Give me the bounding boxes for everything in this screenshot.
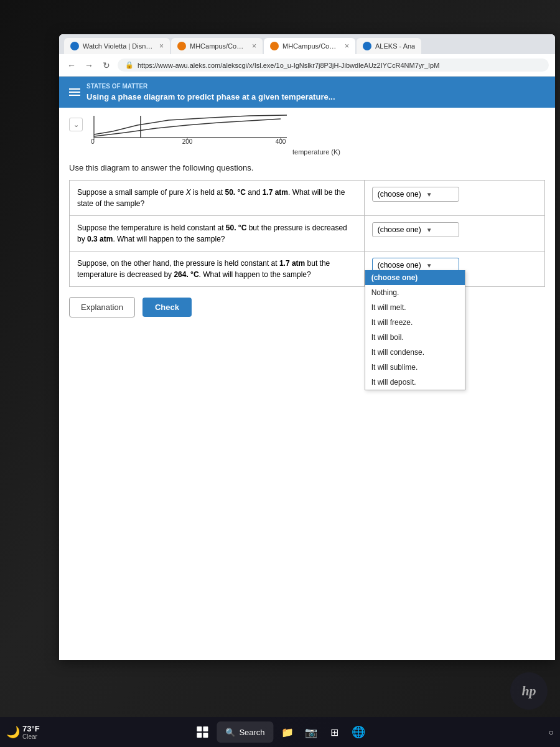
search-label: Search [239,728,264,737]
answer-2-dropdown[interactable]: (choose one) ▼ [372,222,459,237]
svg-text:400: 400 [276,138,286,144]
check-button[interactable]: Check [142,298,192,317]
tab-aleks-label: ALEKS - Ana [375,42,415,50]
answer-2-cell: (choose one) ▼ [364,216,544,251]
questions-table: Suppose a small sample of pure X is held… [69,180,545,287]
weather-temp: 73°F [22,724,40,733]
start-button[interactable] [192,721,213,743]
answer-1-value: (choose one) [378,190,421,199]
tab-mhc1[interactable]: MHCampus/Connect(ALE) × [171,38,263,54]
clock-circle-icon: ○ [549,727,554,737]
weather-icon: 🌙 [6,725,20,739]
bottom-buttons: Explanation Check [59,287,555,327]
tab-mhc1-label: MHCampus/Connect(ALE) [190,42,246,50]
url-bar[interactable]: 🔒 https://www-awu.aleks.com/alekscgi/x/I… [118,59,549,72]
tab-disney-close[interactable]: × [159,42,164,50]
tab-aleks[interactable]: ALEKS - Ana [357,38,421,54]
tab-mhc2-close[interactable]: × [345,42,349,50]
table-row: Suppose the temperature is held constant… [70,216,545,251]
chevron-down-icon: ▼ [426,227,432,233]
tab-mhc2[interactable]: MHCampus/Connect(ALE) × [264,38,355,54]
browser-tabbar: Watch Violetta | Disney+ × MHCampus/Conn… [59,34,555,54]
question-3-text: Suppose, on the other hand, the pressure… [77,259,330,279]
lock-icon: 🔒 [125,61,134,69]
taskbar: 🌙 73°F Clear 🔍 Search 📁 📷 ⊞ 🌐 ○ [0,717,560,747]
question-2-cell: Suppose the temperature is held constant… [70,216,365,251]
answer-2-value: (choose one) [378,225,421,234]
instructions-text: Use this diagram to answer the following… [69,163,253,172]
section-label: STATES OF MATTER [86,83,335,90]
question-3-cell: Suppose, on the other hand, the pressure… [70,251,365,287]
taskbar-right: ○ [549,727,554,737]
tab-disney[interactable]: Watch Violetta | Disney+ × [64,38,170,54]
file-manager-icon[interactable]: 📁 [278,722,297,742]
page-content: STATES OF MATTER Using a phase diagram t… [59,77,555,660]
url-text: https://www-awu.aleks.com/alekscgi/x/Isl… [138,62,439,69]
edge-browser-icon[interactable]: 🌐 [348,722,368,742]
weather-widget: 🌙 73°F Clear [6,724,40,740]
phase-diagram-chart: ⌄ 0 200 400 [69,113,545,147]
svg-text:200: 200 [182,138,193,144]
disney-icon [70,42,79,50]
chart-xlabel: temperature (K) [88,148,545,156]
windows-logo [197,726,208,738]
forward-button[interactable]: → [83,59,95,72]
dropdown-item-deposit[interactable]: It will deposit. [365,375,465,390]
chevron-down-icon: ▼ [426,262,432,269]
back-button[interactable]: ← [65,59,78,72]
dropdown-item-nothing[interactable]: Nothing. [365,285,465,300]
table-row: Suppose, on the other hand, the pressure… [70,251,545,287]
dropdown-item-boil[interactable]: It will boil. [365,330,465,345]
tab-mhc1-close[interactable]: × [252,42,256,50]
tab-mhc2-label: MHCampus/Connect(ALE) [282,42,338,50]
question-2-text: Suppose the temperature is held constant… [77,223,347,243]
mhc1-icon [177,42,186,50]
apps-grid-icon[interactable]: ⊞ [325,722,345,742]
question-1-cell: Suppose a small sample of pure X is held… [70,181,365,216]
camera-icon[interactable]: 📷 [301,722,321,742]
search-button[interactable]: 🔍 Search [217,721,273,743]
diagram-area: ⌄ 0 200 400 [59,108,555,158]
question-1-text: Suppose a small sample of pure X is held… [77,188,345,208]
browser-window: Watch Violetta | Disney+ × MHCampus/Conn… [59,34,555,660]
expand-button[interactable]: ⌄ [69,118,83,131]
answer-3-cell: (choose one) ▼ (choose one) Nothing. It … [364,251,544,287]
instructions: Use this diagram to answer the following… [59,158,555,180]
aleks-icon [363,42,371,50]
dropdown-item-choose[interactable]: (choose one) [365,270,465,285]
explanation-button[interactable]: Explanation [69,297,135,317]
weather-condition: Clear [22,733,40,740]
dropdown-menu: (choose one) Nothing. It will melt. It w… [365,270,465,390]
answer-1-cell: (choose one) ▼ [364,181,544,216]
answer-1-dropdown[interactable]: (choose one) ▼ [372,187,459,202]
chart-svg: 0 200 400 [88,113,299,144]
taskbar-center: 🔍 Search 📁 📷 ⊞ 🌐 [192,721,368,743]
chevron-down-icon: ▼ [426,191,432,198]
aleks-header: STATES OF MATTER Using a phase diagram t… [59,77,555,108]
dropdown-item-condense[interactable]: It will condense. [365,345,465,360]
mhc2-icon [270,42,279,50]
table-row: Suppose a small sample of pure X is held… [70,181,545,216]
dropdown-item-freeze[interactable]: It will freeze. [365,315,465,330]
hamburger-menu[interactable] [69,88,80,96]
hp-logo: hp [510,672,548,710]
dropdown-item-melt[interactable]: It will melt. [365,300,465,315]
reload-button[interactable]: ↻ [100,59,113,72]
answer-3-value: (choose one) [378,261,421,270]
page-title: Using a phase diagram to predict phase a… [86,92,335,101]
address-bar: ← → ↻ 🔒 https://www-awu.aleks.com/aleksc… [59,54,555,77]
dropdown-item-sublime[interactable]: It will sublime. [365,360,465,375]
search-icon: 🔍 [225,728,235,737]
svg-text:0: 0 [91,138,95,144]
tab-disney-label: Watch Violetta | Disney+ [83,42,153,50]
